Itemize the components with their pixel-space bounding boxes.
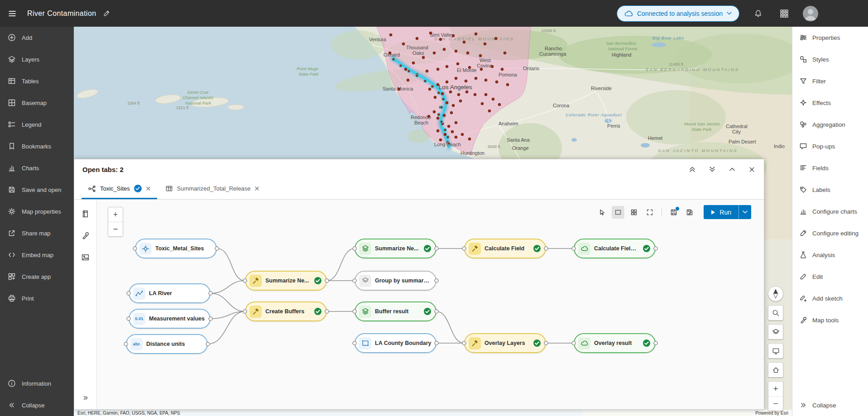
image-icon[interactable]	[78, 249, 93, 265]
tools-wrench-icon[interactable]	[78, 228, 93, 243]
sidebar-item-create-app[interactable]: Create app	[0, 266, 74, 287]
sidebar-item-embed-map[interactable]: Embed map	[0, 244, 74, 266]
hammer-tool-icon	[249, 275, 262, 287]
run-options-chevron[interactable]	[739, 205, 751, 219]
right-panel-collapse-button[interactable]: Collapse	[792, 394, 868, 416]
menu-icon[interactable]	[0, 0, 24, 27]
sidebar-item-bookmarks[interactable]: Bookmarks	[0, 135, 74, 157]
model-node-la-county-boundary[interactable]: LA County Boundary	[355, 333, 436, 353]
fit-to-view-icon[interactable]	[643, 206, 656, 219]
edit-title-pencil-icon[interactable]	[103, 10, 110, 17]
toxic-site-dot	[422, 56, 425, 59]
toxic-site-dot	[437, 91, 440, 94]
run-button[interactable]: Run	[704, 205, 739, 219]
user-avatar[interactable]	[803, 6, 818, 21]
auto-layout-grid-icon[interactable]	[628, 206, 640, 219]
panel-item-styles[interactable]: Styles	[792, 48, 868, 70]
toxic-site-dot	[492, 98, 494, 100]
toxic-site-dot	[441, 92, 444, 95]
notifications-bell-icon[interactable]	[750, 6, 766, 21]
compass-button[interactable]	[768, 286, 783, 301]
toxic-site-dot	[474, 93, 476, 96]
tab-toxic-sites[interactable]: Toxic_Sites	[82, 179, 157, 199]
map-zoom-in-button[interactable]: +	[768, 382, 783, 396]
model-node-group-by-summary[interactable]: Group by summary t...	[355, 271, 436, 291]
left-sidebar: Add Layers Tables Basemap Legend Bookmar…	[0, 27, 74, 416]
sidebar-item-charts[interactable]: Charts	[0, 157, 74, 179]
toxic-site-dot	[436, 129, 439, 132]
sidebar-collapse-button[interactable]: Collapse	[0, 394, 74, 416]
panel-item-effects[interactable]: Effects	[792, 92, 868, 114]
panel-item-label: Styles	[812, 56, 829, 63]
model-node-create-buffers-tool[interactable]: Create Buffers	[245, 301, 327, 321]
panel-item-analysis[interactable]: Analysis	[792, 244, 868, 266]
model-node-buffer-result[interactable]: Buffer result	[355, 301, 436, 321]
model-node-measurement-values[interactable]: 0.01 Measurement values	[129, 309, 211, 329]
tab-close-icon[interactable]	[146, 186, 151, 191]
model-node-distance-units[interactable]: abc Distance units	[126, 334, 208, 354]
right-settings-panel: Properties Styles Filter Effects Aggrega…	[792, 27, 868, 416]
success-check-icon	[423, 307, 432, 316]
model-canvas[interactable]: Toxic_Metal_Sites LA River 0.01 Measurem…	[97, 200, 764, 409]
panel-item-map-tools[interactable]: Map tools	[792, 309, 868, 331]
model-node-overlay-layers-tool[interactable]: Overlay Layers	[464, 333, 546, 353]
basemap-layers-button[interactable]	[768, 324, 783, 339]
expand-all-down-icon[interactable]	[708, 165, 716, 173]
cloud-result-icon	[578, 337, 590, 349]
sidebar-item-tables[interactable]: Tables	[0, 70, 74, 92]
toxic-site-dot	[449, 91, 452, 93]
app-launcher-grid-icon[interactable]	[777, 6, 792, 21]
pencil-icon	[799, 273, 807, 281]
notebook-icon[interactable]	[78, 206, 93, 221]
panel-item-edit[interactable]: Edit	[792, 266, 868, 287]
model-zoom-out-button[interactable]: −	[108, 222, 123, 236]
wrench-icon	[799, 316, 807, 324]
screen-capture-button[interactable]	[768, 343, 783, 359]
sidebar-item-layers[interactable]: Layers	[0, 48, 74, 70]
panel-item-properties[interactable]: Properties	[792, 27, 868, 48]
panel-item-aggregation[interactable]: Aggregation	[792, 114, 868, 135]
model-node-calculate-field-result[interactable]: Calculate Field ...	[574, 239, 656, 258]
toxic-site-dot	[444, 133, 446, 136]
marquee-select-icon[interactable]	[612, 206, 624, 219]
panel-item-popups[interactable]: Pop-ups	[792, 135, 868, 157]
sidebar-item-basemap[interactable]: Basemap	[0, 92, 74, 114]
analysis-session-button[interactable]: Connected to analysis session	[617, 5, 739, 22]
panel-item-configure-charts[interactable]: Configure charts	[792, 201, 868, 222]
sidebar-label: Save and open	[22, 186, 61, 193]
model-node-summarize-result[interactable]: Summarize Ne...	[355, 239, 436, 258]
panel-item-fields[interactable]: Fields	[792, 157, 868, 179]
pan-cursor-icon[interactable]	[596, 206, 609, 219]
model-node-calculate-field-tool[interactable]: Calculate Field	[464, 239, 546, 258]
sidebar-item-add[interactable]: Add	[0, 27, 74, 48]
search-button[interactable]	[768, 305, 783, 320]
panel-item-add-sketch[interactable]: Add sketch	[792, 287, 868, 309]
tab-close-icon[interactable]	[254, 186, 259, 191]
panel-item-filter[interactable]: Filter	[792, 70, 868, 92]
sidebar-item-map-properties[interactable]: Map properties	[0, 201, 74, 222]
model-zoom-in-button[interactable]: +	[108, 207, 123, 222]
tab-label: Summarized_Total_Release	[177, 185, 251, 192]
map-zoom-out-button[interactable]: −	[768, 396, 783, 411]
sidebar-item-print[interactable]: Print	[0, 287, 74, 309]
model-node-toxic-metal-sites[interactable]: Toxic_Metal_Sites	[135, 239, 217, 258]
sparkle-icon	[799, 99, 807, 107]
model-node-overlay-result[interactable]: Overlay result	[574, 333, 656, 353]
sidebar-item-save-and-open[interactable]: Save and open	[0, 179, 74, 201]
save-as-model-icon[interactable]	[683, 206, 696, 219]
panel-item-configure-editing[interactable]: Configure editing	[792, 222, 868, 244]
sidebar-item-information[interactable]: Information	[0, 373, 74, 394]
double-chevron-right-icon	[799, 401, 807, 409]
collapse-all-up-icon[interactable]	[688, 165, 696, 173]
save-model-icon[interactable]	[667, 206, 680, 219]
collapse-panel-chevron-up-icon[interactable]	[728, 165, 736, 173]
model-node-la-river[interactable]: LA River	[129, 283, 211, 303]
tab-summarized-total-release[interactable]: Summarized_Total_Release	[159, 179, 266, 199]
home-button[interactable]	[768, 362, 783, 378]
panel-item-labels[interactable]: Labels	[792, 179, 868, 201]
expand-strip-double-chevron-icon[interactable]	[78, 390, 93, 406]
sidebar-item-share-map[interactable]: Share map	[0, 222, 74, 244]
close-panel-icon[interactable]	[748, 165, 756, 173]
sidebar-item-legend[interactable]: Legend	[0, 114, 74, 135]
model-node-summarize-nearby-tool[interactable]: Summarize Ne...	[245, 271, 327, 291]
